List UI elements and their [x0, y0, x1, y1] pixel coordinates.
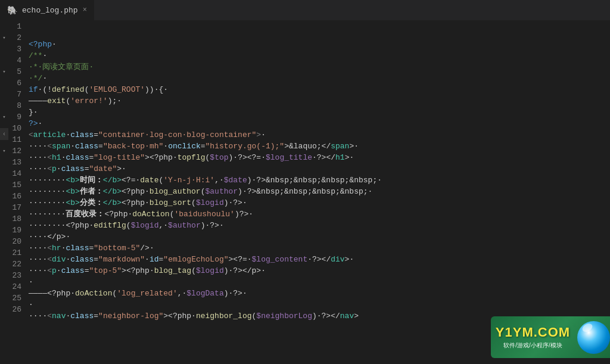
collapse-arrow-23	[0, 270, 8, 281]
line-number-18: 18	[11, 213, 21, 225]
line-number-9: 9	[11, 111, 21, 123]
line-number-24: 24	[11, 281, 21, 293]
line-number-26: 26	[11, 304, 21, 315]
collapse-arrow-8	[0, 100, 8, 111]
collapse-gutter: ▾▾▾▾	[0, 21, 8, 364]
line-number-20: 20	[11, 236, 21, 247]
collapse-arrow-13	[0, 157, 8, 168]
close-tab-button[interactable]: ×	[83, 6, 87, 14]
line-number-8: 8	[11, 100, 21, 111]
code-line-13: ········<b>时间：</b><?=·date('Y-n-j·H:i',·…	[29, 175, 610, 186]
watermark-main-text: Y1YM.COM	[496, 325, 570, 340]
line-number-13: 13	[11, 157, 21, 168]
collapse-arrow-1	[0, 21, 8, 32]
code-line-21: ····<p·class="top-5"><?php·blog_tag($log…	[29, 265, 610, 276]
code-line-15: ········<b>分类：</b><?php·blog_sort($logid…	[29, 197, 610, 209]
collapse-arrow-7	[0, 89, 8, 100]
collapse-arrow-24	[0, 281, 8, 293]
collapse-arrow-20	[0, 236, 8, 247]
watermark-ball	[577, 321, 610, 354]
code-line-19: ····<hr·class="bottom-5"/>·	[29, 242, 610, 254]
collapse-arrow-25	[0, 293, 8, 304]
collapse-arrow-6	[0, 77, 8, 89]
php-file-icon: 🐘	[7, 5, 17, 15]
line-number-23: 23	[11, 270, 21, 281]
watermark-sub-text: 软件/游戏/小程序/模块	[503, 341, 562, 350]
line-number-17: 17	[11, 202, 21, 213]
side-panel-toggle[interactable]: ‹	[0, 128, 8, 140]
collapse-arrow-17	[0, 202, 8, 213]
line-number-19: 19	[11, 225, 21, 236]
code-line-2: /**·	[29, 50, 610, 61]
collapse-arrow-19	[0, 225, 8, 236]
line-number-1: 1	[11, 21, 21, 32]
code-line-17: ········<?php·editflg($logid,·$author)·?…	[29, 220, 610, 231]
code-line-1: <?php·	[29, 39, 610, 50]
code-line-4: ·*/·	[29, 73, 610, 84]
line-number-16: 16	[11, 191, 21, 202]
code-line-14: ········<b>作者：</b><?php·blog_author($aut…	[29, 186, 610, 197]
line-number-3: 3	[11, 43, 21, 55]
code-line-5: if·(!defined('EMLOG_ROOT'))·{·	[29, 84, 610, 95]
collapse-arrow-21	[0, 247, 8, 259]
collapse-arrow-5[interactable]: ▾	[0, 66, 8, 77]
code-area[interactable]: <?php·/**··*·阅读文章页面··*/·if·(!defined('EM…	[26, 21, 610, 364]
watermark-badge: Y1YM.COM 软件/游戏/小程序/模块	[491, 316, 610, 358]
collapse-arrow-14	[0, 168, 8, 179]
collapse-arrow-12[interactable]: ▾	[0, 145, 8, 157]
line-number-22: 22	[11, 259, 21, 270]
collapse-arrow-15	[0, 179, 8, 191]
code-line-24: ·	[29, 299, 610, 310]
line-number-10: 10	[11, 123, 21, 134]
tab-filename: echo_log.php	[22, 6, 78, 15]
code-line-9: <article·class="container·log-con·blog-c…	[29, 129, 610, 141]
line-number-5: 5	[11, 66, 21, 77]
collapse-arrow-2[interactable]: ▾	[0, 32, 8, 43]
collapse-arrow-18	[0, 213, 8, 225]
line-number-11: 11	[11, 134, 21, 145]
code-line-16: ········百度收录：<?php·doAction('baidushoulu…	[29, 209, 610, 220]
code-line-8: ?>·	[29, 118, 610, 129]
line-number-14: 14	[11, 168, 21, 179]
watermark-inner: Y1YM.COM 软件/游戏/小程序/模块	[491, 325, 575, 350]
code-line-7: }·	[29, 107, 610, 118]
code-line-6: ————exit('error!');·	[29, 95, 610, 107]
active-tab[interactable]: 🐘 echo_log.php ×	[0, 0, 94, 21]
collapse-arrow-4	[0, 55, 8, 66]
collapse-arrow-3	[0, 43, 8, 55]
line-numbers: 1234567891011121314151617181920212223242…	[8, 21, 26, 364]
code-line-22: ·	[29, 276, 610, 288]
line-number-25: 25	[11, 293, 21, 304]
line-number-2: 2	[11, 32, 21, 43]
code-line-11: ····<h1·class="log-title"><?php·topflg($…	[29, 152, 610, 163]
line-number-15: 15	[11, 179, 21, 191]
code-editor: ▾▾▾▾ 12345678910111213141516171819202122…	[0, 21, 610, 364]
code-line-12: ····<p·class="date">·	[29, 163, 610, 175]
code-line-10: ····<span·class="back-top·mh"·onclick="h…	[29, 141, 610, 152]
line-number-21: 21	[11, 247, 21, 259]
collapse-arrow-26	[0, 304, 8, 315]
line-number-4: 4	[11, 55, 21, 66]
collapse-arrow-9[interactable]: ▾	[0, 111, 8, 123]
tab-bar: 🐘 echo_log.php ×	[0, 0, 610, 21]
line-number-6: 6	[11, 77, 21, 89]
line-number-12: 12	[11, 145, 21, 157]
code-line-20: ····<div·class="markdown"·id="emlogEchoL…	[29, 254, 610, 265]
code-line-3: ·*·阅读文章页面·	[29, 61, 610, 73]
line-number-7: 7	[11, 89, 21, 100]
collapse-arrow-16	[0, 191, 8, 202]
code-line-18: ····</p>·	[29, 231, 610, 242]
chevron-left-icon: ‹	[2, 131, 6, 138]
code-line-23: ————<?php·doAction('log_related',·$logDa…	[29, 288, 610, 299]
collapse-arrow-22	[0, 259, 8, 270]
